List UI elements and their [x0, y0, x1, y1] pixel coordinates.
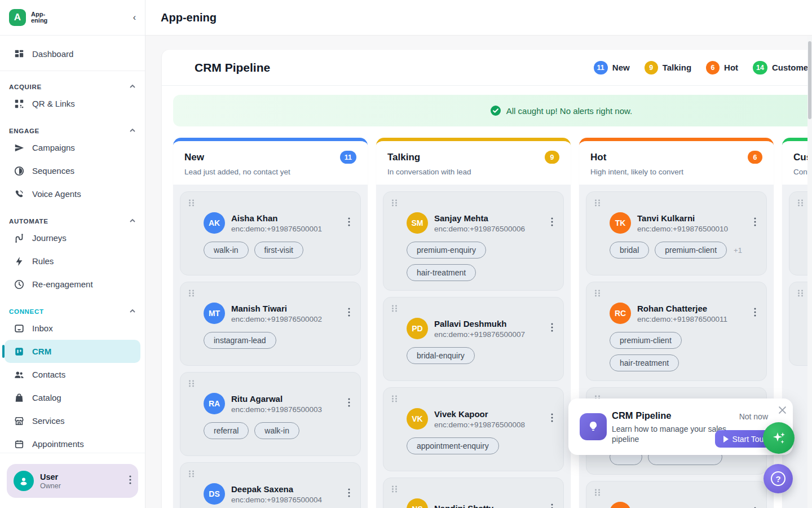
card-menu-icon[interactable] — [752, 215, 758, 231]
drag-handle-icon[interactable] — [594, 199, 601, 208]
lead-name: Manish Tiwari — [231, 304, 322, 313]
sidebar-item-services[interactable]: Services — [5, 409, 140, 432]
lead-name: Aisha Khan — [231, 213, 322, 223]
kanban-icon — [14, 346, 25, 357]
lead-name: Rohan Chatterjee — [637, 304, 727, 313]
card-menu-icon[interactable] — [549, 321, 555, 336]
page-title: App-ening — [161, 11, 217, 24]
sidebar-collapse-icon[interactable]: ‹ — [133, 12, 136, 23]
drag-handle-icon[interactable] — [594, 488, 601, 498]
ai-assistant-fab[interactable] — [763, 422, 795, 454]
lead-avatar: TK — [610, 212, 631, 234]
column-count-badge: 6 — [748, 151, 762, 164]
route-icon — [14, 233, 25, 244]
lead-name: Vivek Kapoor — [434, 409, 525, 419]
app-logo-text: App-ening — [31, 11, 47, 24]
drag-handle-icon[interactable] — [594, 289, 601, 299]
drag-handle-icon[interactable] — [391, 304, 398, 314]
column-header: Hot 6 High intent, likely to convert — [579, 141, 774, 185]
lead-avatar: PD — [407, 318, 428, 339]
lead-avatar: RC — [610, 303, 631, 324]
sidebar-item-label: QR & Links — [32, 99, 75, 108]
stage-label: Customer — [772, 63, 811, 72]
sidebar-item-campaigns[interactable]: Campaigns — [5, 136, 140, 159]
lead-tag: walk-in — [254, 422, 299, 439]
lead-avatar: MT — [204, 303, 225, 324]
tour-popup: CRM Pipeline Learn how to manage your sa… — [568, 398, 793, 455]
drag-handle-icon[interactable] — [391, 395, 398, 404]
card-menu-icon[interactable] — [752, 505, 758, 508]
lead-card[interactable]: PD Pallavi Deshmukh enc:demo:+9198765000… — [383, 297, 564, 381]
chevron-up-icon — [129, 127, 136, 135]
scrollbar-thumb[interactable] — [808, 41, 811, 119]
sidebar-item-voice-agents[interactable]: Voice Agents — [5, 182, 140, 205]
lead-card[interactable]: RC Rohan Chatterjee enc:demo:+9198765000… — [586, 282, 767, 381]
drag-handle-icon[interactable] — [188, 199, 195, 208]
lead-tag: first-visit — [254, 242, 303, 259]
drag-handle-icon[interactable] — [391, 199, 398, 208]
lead-avatar: VK — [407, 408, 428, 430]
app-logo: A — [9, 9, 26, 26]
sidebar-item-label: Appointments — [32, 439, 84, 449]
sidebar-item-dashboard[interactable]: Dashboard — [5, 41, 140, 67]
sidebar-item-catalog[interactable]: Catalog — [5, 386, 140, 409]
user-name: User — [40, 472, 61, 481]
user-card[interactable]: User Owner — [7, 464, 138, 498]
help-fab[interactable]: ? — [764, 464, 793, 493]
lead-card[interactable]: RA Ritu Agarwal enc:demo:+919876500003 r… — [180, 372, 361, 456]
sidebar-item-journeys[interactable]: Journeys — [5, 226, 140, 249]
lead-avatar: AK — [204, 212, 225, 234]
lead-card[interactable]: AK Aisha Khan enc:demo:+919876500001 wal… — [180, 191, 361, 275]
lead-tag: premium-client — [655, 242, 727, 259]
sidebar-item-inbox[interactable]: Inbox — [5, 317, 140, 340]
lead-card[interactable]: DS Deepak Saxena enc:demo:+919876500004 — [180, 462, 361, 508]
calendar-icon — [14, 439, 25, 450]
drag-handle-icon[interactable] — [188, 289, 195, 299]
kanban-column: Talking 9 In conversation with lead SM S… — [376, 138, 571, 508]
card-menu-icon[interactable] — [346, 215, 352, 231]
close-icon[interactable] — [778, 406, 787, 417]
sidebar-item-rules[interactable]: Rules — [5, 249, 140, 273]
drag-handle-icon[interactable] — [391, 485, 398, 494]
sidebar-item-sequences[interactable]: Sequences — [5, 159, 140, 182]
section-engage[interactable]: ENGAGE — [9, 127, 136, 135]
stage-chip[interactable]: 11 New — [594, 61, 630, 75]
not-now-button[interactable]: Not now — [739, 412, 768, 421]
lead-card[interactable]: NS Nandini Shetty — [383, 478, 564, 508]
card-menu-icon[interactable] — [549, 215, 555, 231]
scrollbar-track[interactable] — [807, 36, 812, 508]
card-menu-icon[interactable] — [346, 486, 352, 502]
lead-card[interactable]: TK Tanvi Kulkarni enc:demo:+919876500010… — [586, 191, 767, 275]
drag-handle-icon[interactable] — [797, 199, 804, 208]
card-menu-icon[interactable] — [752, 305, 758, 321]
user-role: Owner — [40, 482, 61, 490]
sidebar-item-crm[interactable]: CRM — [5, 340, 140, 363]
lead-phone: enc:demo:+919876500003 — [231, 405, 322, 414]
drag-handle-icon[interactable] — [797, 289, 804, 299]
lead-card[interactable]: AK Amit Kumar — [586, 481, 767, 508]
sidebar-item-re-engagement[interactable]: Re-engagement — [5, 273, 140, 296]
drag-handle-icon[interactable] — [188, 379, 195, 389]
stage-chip[interactable]: 6 Hot — [706, 61, 738, 75]
section-connect[interactable]: CONNECT — [9, 308, 136, 316]
section-acquire[interactable]: ACQUIRE — [9, 83, 136, 91]
sidebar-item-label: Re-engagement — [32, 279, 93, 289]
card-menu-icon[interactable] — [346, 396, 352, 411]
lead-card[interactable]: MT Manish Tiwari enc:demo:+919876500002 … — [180, 282, 361, 366]
card-menu-icon[interactable] — [549, 501, 555, 508]
section-automate[interactable]: AUTOMATE — [9, 217, 136, 225]
divider — [0, 71, 145, 71]
drag-handle-icon[interactable] — [188, 470, 195, 479]
chevron-up-icon — [129, 308, 136, 316]
card-menu-icon[interactable] — [549, 411, 555, 427]
stage-chip[interactable]: 14 Customer — [753, 61, 811, 75]
sidebar-item-qr-links[interactable]: QR & Links — [5, 92, 140, 115]
lead-card[interactable]: SM Sanjay Mehta enc:demo:+919876500006 p… — [383, 191, 564, 291]
sidebar-item-contacts[interactable]: Contacts — [5, 363, 140, 386]
user-menu-icon[interactable] — [129, 475, 131, 487]
lead-card[interactable]: VK Vivek Kapoor enc:demo:+919876500008 a… — [383, 387, 564, 471]
lead-name: Sanjay Mehta — [434, 213, 525, 223]
sidebar-item-appointments[interactable]: Appointments — [5, 432, 140, 453]
card-menu-icon[interactable] — [346, 305, 352, 321]
stage-chip[interactable]: 9 Talking — [645, 61, 691, 75]
